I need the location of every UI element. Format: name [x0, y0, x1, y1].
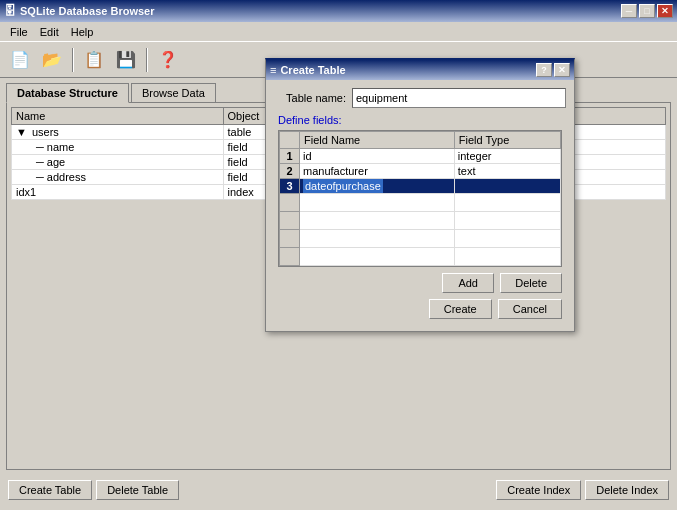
cancel-button[interactable]: Cancel: [498, 299, 562, 319]
field-name-1[interactable]: id: [300, 149, 455, 164]
create-cancel-row: Create Cancel: [278, 299, 562, 319]
col-field-name: Field Name: [300, 132, 455, 149]
col-num: [280, 132, 300, 149]
field-row-2[interactable]: 2 manufacturer text: [280, 164, 561, 179]
fields-table-container: Field Name Field Type 1 id integer 2 man…: [278, 130, 562, 267]
field-type-3[interactable]: [454, 179, 560, 194]
dialog-title: Create Table: [280, 64, 345, 76]
field-row-empty-2: [280, 212, 561, 230]
col-field-type: Field Type: [454, 132, 560, 149]
table-name-row: Table name:: [274, 88, 566, 108]
delete-field-button[interactable]: Delete: [500, 273, 562, 293]
dialog-close-button[interactable]: ✕: [554, 63, 570, 77]
fields-table: Field Name Field Type 1 id integer 2 man…: [279, 131, 561, 266]
field-row-empty-1: [280, 194, 561, 212]
table-name-input[interactable]: [352, 88, 566, 108]
field-name-2[interactable]: manufacturer: [300, 164, 455, 179]
dialog-body: Table name: Define fields: Field Name Fi…: [266, 80, 574, 331]
table-name-label: Table name:: [274, 92, 346, 104]
add-field-button[interactable]: Add: [442, 273, 494, 293]
field-type-1[interactable]: integer: [454, 149, 560, 164]
row-num-3: 3: [280, 179, 300, 194]
field-row-empty-3: [280, 230, 561, 248]
create-button[interactable]: Create: [429, 299, 492, 319]
field-name-3-value: dateofpurchase: [303, 179, 383, 193]
add-delete-row: Add Delete: [278, 273, 562, 293]
dialog-icon: ≡: [270, 64, 276, 76]
dialog-title-bar: ≡ Create Table ? ✕: [266, 60, 574, 80]
field-row-3[interactable]: 3 dateofpurchase: [280, 179, 561, 194]
field-type-2[interactable]: text: [454, 164, 560, 179]
field-row-1[interactable]: 1 id integer: [280, 149, 561, 164]
row-num-1: 1: [280, 149, 300, 164]
row-num-2: 2: [280, 164, 300, 179]
modal-overlay: ≡ Create Table ? ✕ Table name: Define fi…: [0, 0, 677, 510]
create-table-dialog: ≡ Create Table ? ✕ Table name: Define fi…: [265, 58, 575, 332]
field-name-3[interactable]: dateofpurchase: [300, 179, 455, 194]
define-fields-label: Define fields:: [278, 114, 566, 126]
field-row-empty-4: [280, 248, 561, 266]
dialog-controls: ? ✕: [536, 63, 570, 77]
dialog-help-button[interactable]: ?: [536, 63, 552, 77]
